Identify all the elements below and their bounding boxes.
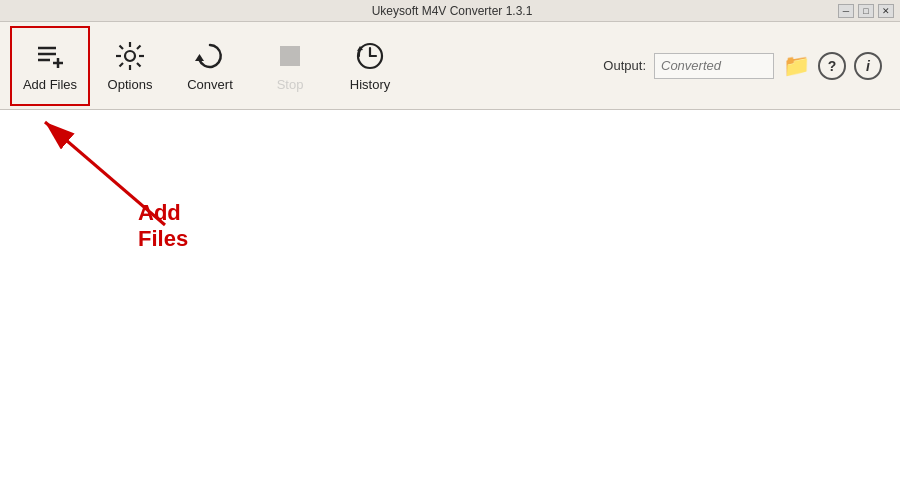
svg-line-21	[45, 122, 165, 225]
minimize-button[interactable]: ─	[838, 4, 854, 18]
stop-label: Stop	[277, 77, 304, 92]
output-input[interactable]	[654, 53, 774, 79]
svg-point-5	[125, 51, 135, 61]
svg-line-10	[120, 46, 124, 50]
add-files-icon	[33, 39, 67, 73]
stop-button[interactable]: Stop	[250, 26, 330, 106]
open-folder-button[interactable]: 📁	[782, 52, 810, 80]
output-label: Output:	[603, 58, 646, 73]
folder-icon: 📁	[783, 53, 810, 79]
history-icon	[353, 39, 387, 73]
window-title: Ukeysoft M4V Converter 1.3.1	[66, 4, 838, 18]
main-content: Add Files	[0, 110, 900, 500]
history-label: History	[350, 77, 390, 92]
history-button[interactable]: History	[330, 26, 410, 106]
close-button[interactable]: ✕	[878, 4, 894, 18]
options-button[interactable]: Options	[90, 26, 170, 106]
convert-icon	[193, 39, 227, 73]
help-button[interactable]: ?	[818, 52, 846, 80]
add-files-label: Add Files	[23, 77, 77, 92]
window-controls: ─ □ ✕	[838, 4, 894, 18]
svg-line-13	[120, 63, 124, 67]
title-bar: Ukeysoft M4V Converter 1.3.1 ─ □ ✕	[0, 0, 900, 22]
convert-label: Convert	[187, 77, 233, 92]
svg-line-12	[137, 46, 141, 50]
maximize-button[interactable]: □	[858, 4, 874, 18]
svg-marker-14	[195, 54, 204, 61]
svg-rect-15	[280, 46, 300, 66]
stop-icon	[273, 39, 307, 73]
add-files-button[interactable]: Add Files	[10, 26, 90, 106]
options-label: Options	[108, 77, 153, 92]
help-icon: ?	[828, 58, 837, 74]
arrow-svg	[0, 110, 200, 240]
info-button[interactable]: i	[854, 52, 882, 80]
output-area: Output: 📁 ? i	[603, 52, 882, 80]
toolbar: Add Files Options	[0, 22, 900, 110]
convert-button[interactable]: Convert	[170, 26, 250, 106]
info-icon: i	[866, 58, 870, 74]
options-icon	[113, 39, 147, 73]
annotation-text: Add Files	[138, 200, 188, 252]
svg-line-11	[137, 63, 141, 67]
